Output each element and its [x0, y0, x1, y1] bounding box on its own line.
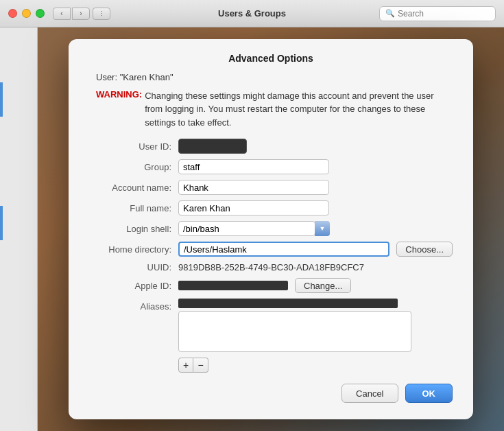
- search-icon: 🔍: [385, 9, 395, 18]
- uuid-row: UUID: 9819DB8B-252B-4749-BC30-ADA18FB9CF…: [89, 262, 453, 272]
- warning-text: Changing these settings might damage thi…: [145, 89, 453, 130]
- window-title: Users & Groups: [218, 8, 286, 19]
- sidebar-active-indicator: [0, 82, 3, 117]
- cancel-button[interactable]: Cancel: [341, 384, 398, 403]
- warning-box: WARNING: Changing these settings might d…: [96, 89, 453, 130]
- ok-button[interactable]: OK: [405, 384, 453, 403]
- back-button[interactable]: ‹: [53, 8, 71, 20]
- group-input[interactable]: [178, 159, 329, 174]
- modal-overlay: Advanced Options User: "Karen Khan" WARN…: [38, 27, 504, 431]
- home-dir-row: Home directory: Choose...: [89, 242, 453, 257]
- account-name-label: Account name:: [89, 183, 178, 193]
- sidebar-active-indicator-2: [0, 206, 3, 240]
- plus-minus-row: + −: [178, 358, 453, 373]
- uuid-label: UUID:: [89, 262, 178, 272]
- account-name-input[interactable]: [178, 180, 329, 195]
- dialog-footer: Cancel OK: [89, 384, 453, 403]
- main-content: Advanced Options User: "Karen Khan" WARN…: [0, 27, 504, 431]
- apple-id-redacted: [178, 281, 288, 290]
- full-name-input[interactable]: [178, 200, 329, 216]
- add-alias-button[interactable]: +: [178, 358, 193, 373]
- user-id-label: User ID:: [89, 141, 178, 152]
- apple-id-label: Apple ID:: [89, 281, 178, 291]
- advanced-options-dialog: Advanced Options User: "Karen Khan" WARN…: [69, 39, 473, 420]
- grid-view-button[interactable]: ⋮: [93, 8, 110, 20]
- change-button[interactable]: Change...: [295, 278, 351, 293]
- select-arrow-icon: ▼: [315, 221, 330, 236]
- full-name-label: Full name:: [89, 203, 178, 213]
- nav-buttons: ‹ ›: [53, 8, 90, 20]
- login-shell-row: Login shell: /bin/bash /bin/zsh /bin/sh …: [89, 221, 453, 236]
- user-id-input[interactable]: [178, 139, 247, 154]
- close-button[interactable]: [8, 9, 17, 18]
- account-name-row: Account name:: [89, 180, 453, 195]
- titlebar: ‹ › ⋮ Users & Groups 🔍: [0, 0, 504, 27]
- window-controls: [8, 9, 45, 18]
- apple-id-row: Apple ID: Change...: [89, 278, 453, 293]
- warning-label: WARNING:: [96, 89, 142, 130]
- uuid-value: 9819DB8B-252B-4749-BC30-ADA18FB9CFC7: [178, 262, 364, 272]
- forward-button[interactable]: ›: [72, 8, 90, 20]
- remove-alias-button[interactable]: −: [193, 358, 208, 373]
- aliases-label: Aliases:: [89, 299, 178, 312]
- dialog-title: Advanced Options: [89, 53, 453, 64]
- aliases-row: Aliases:: [89, 299, 453, 352]
- user-label: User: "Karen Khan": [96, 72, 453, 82]
- aliases-textarea[interactable]: [178, 311, 411, 352]
- login-shell-label: Login shell:: [89, 224, 178, 234]
- login-shell-select[interactable]: /bin/bash /bin/zsh /bin/sh: [178, 221, 315, 236]
- search-bar[interactable]: 🔍: [379, 6, 496, 21]
- search-input[interactable]: [398, 9, 490, 19]
- home-dir-input[interactable]: [178, 242, 389, 257]
- maximize-button[interactable]: [36, 9, 45, 18]
- login-shell-select-wrapper: /bin/bash /bin/zsh /bin/sh ▼: [178, 221, 330, 236]
- minimize-button[interactable]: [22, 9, 31, 18]
- user-id-row: User ID:: [89, 139, 453, 154]
- group-row: Group:: [89, 159, 453, 174]
- choose-button[interactable]: Choose...: [396, 242, 453, 257]
- aliases-redacted-line1: [178, 299, 398, 308]
- full-name-row: Full name:: [89, 200, 453, 216]
- group-label: Group:: [89, 162, 178, 172]
- home-dir-label: Home directory:: [89, 244, 178, 255]
- sidebar: [0, 27, 38, 431]
